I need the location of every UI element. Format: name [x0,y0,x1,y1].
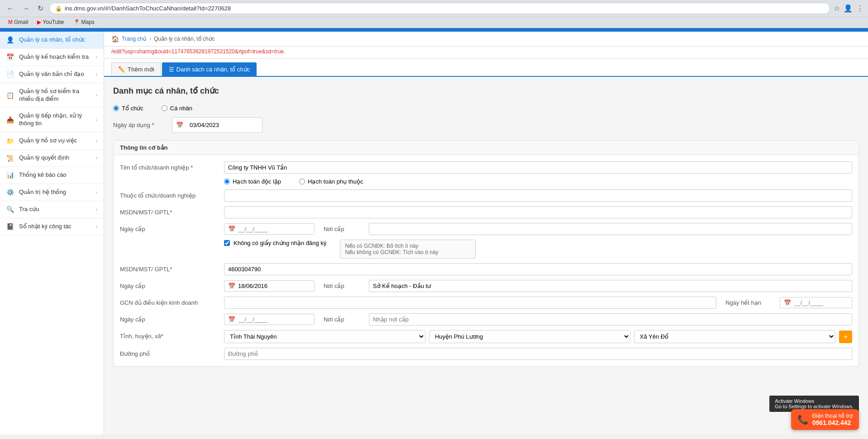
msdn-control1 [224,206,852,218]
breadcrumb-home-link[interactable]: Trang chủ [122,36,147,42]
msdn-label2: MSDN/MST/ GPTL* [120,263,219,273]
address-bar[interactable]: 🔒 ins.dms.gov.vn/#!/DanhSachToChucCaNhan… [49,3,830,14]
duong-pho-row: Đường phố [120,348,852,360]
sidebar-item-van-ban[interactable]: 📄 Quản lý văn bản chỉ đạo › [0,66,104,83]
ngay-cap-input1[interactable] [238,226,310,232]
notebook-icon: 📓 [6,223,15,230]
more-button[interactable]: ⋮ [856,4,863,13]
browser-chrome: ← → ↻ 🔒 ins.dms.gov.vn/#!/DanhSachToChuc… [0,0,868,17]
noi-cap-input3[interactable] [369,313,852,326]
gcn-input[interactable] [224,297,716,309]
noi-cap-input2[interactable] [369,280,852,292]
ngay-het-han-wrap: 📅 [780,297,852,308]
person-icon: 👤 [6,36,15,43]
thuoc-to-chuc-label: Thuộc tổ chức/doanh nghiệp [120,189,219,199]
noi-cap-label2: Nơi cấp [324,283,360,289]
chevron-right-icon-2: › [96,72,97,77]
duong-pho-input[interactable] [224,348,852,360]
hach-toan-radio-row: Hạch toán độc lập Hạch toán phụ thuộc [224,178,852,185]
youtube-icon: ▶ [37,19,41,25]
ngay-cap-input2[interactable] [238,283,310,289]
support-info: Điện thoại hỗ trợ 0961.042.442 [812,413,853,426]
sidebar-item-tiep-nhan[interactable]: 📥 Quản lý tiếp nhận, xử lý thông tin › [0,108,104,132]
sidebar-item-label-quan-ly-ca-nhan: Quản lý cá nhân, tổ chức [19,36,97,44]
forward-button[interactable]: → [20,4,32,14]
profile-button[interactable]: 👤 [844,4,853,13]
support-label: Điện thoại hỗ trợ [812,413,853,419]
radio-ca-nhan-input[interactable] [162,105,167,111]
back-button[interactable]: ← [5,4,16,14]
radio-to-chuc[interactable]: Tổ chức [113,105,143,112]
ten-to-chuc-input[interactable] [224,161,852,174]
bookmark-maps[interactable]: 📍 Maps [70,18,98,26]
sidebar-item-tra-cuu[interactable]: 🔍 Tra cứu › [0,201,104,218]
khong-co-giay-checkbox[interactable] [224,240,230,246]
ngay-cap-row3: Ngày cấp 📅 Nơi cấp [120,313,852,326]
edit-link-text: /edit?usp=sharing&ouid=11747653628197253… [111,48,285,55]
sidebar-item-ke-hoach[interactable]: 📅 Quản lý kế hoạch kiểm tra › [0,49,104,66]
chevron-right-icon-3: › [96,93,97,98]
ngay-cap-input3[interactable] [238,316,310,323]
search-icon: 🔍 [6,206,15,213]
bookmarks-bar: M Gmail ▶ YouTube 📍 Maps [0,17,868,28]
msdn-input2[interactable] [224,263,852,275]
maps-icon: 📍 [73,19,80,25]
ngay-cap-input-wrap1: 📅 [224,223,315,235]
reload-button[interactable]: ↻ [35,3,46,14]
bookmark-gmail[interactable]: M Gmail [5,18,32,26]
tab-danh-sach[interactable]: ☰ Danh sách cá nhân, tổ chức [162,62,257,76]
calendar-icon2: 📅 [228,226,235,232]
chevron-right-icon-6: › [96,156,97,160]
radio-to-chuc-input[interactable] [113,105,119,111]
thuoc-to-chuc-input[interactable] [224,189,852,202]
ngay-cap-label3: Ngày cấp [120,313,219,323]
support-widget[interactable]: 📞 Điện thoại hỗ trợ 0961.042.442 [791,409,859,430]
gcn-label: GCN đủ điều kiện kinh doanh [120,297,219,306]
radio-phu-thuoc-input[interactable] [299,179,305,184]
huyen-select[interactable]: Huyện Phú Lương Huyện Định Hóa Huyện Võ … [429,330,630,343]
ngay-cap-control1: 📅 Nơi cấp [224,223,852,235]
ngay-ap-dung-input[interactable] [186,119,240,131]
ten-to-chuc-row: Tên tổ chức/doanh nghiệp * [120,161,852,174]
checkbox-spacer [120,240,219,242]
address-text: ins.dms.gov.vn/#!/DanhSachToChucCaNhan/d… [65,5,824,12]
section-title: Thông tin cơ bản [120,144,168,151]
radio-phu-thuoc[interactable]: Hạch toán phụ thuộc [299,178,363,185]
add-xa-button[interactable]: + [839,330,852,343]
noi-cap-input1[interactable] [369,223,852,235]
sidebar-item-thong-ke[interactable]: 📊 Thống kê báo cáo [0,167,104,184]
sidebar-item-quan-tri[interactable]: ⚙️ Quản trị hệ thống › [0,184,104,201]
khong-co-giay-label: Không có giấy chứng nhận đăng ký [234,240,326,246]
sidebar-item-ho-so-vu-viec[interactable]: 📁 Quản lý hồ sơ vụ việc › [0,132,104,150]
ngay-ap-dung-input-wrap: 📅 [172,117,262,133]
tinh-select[interactable]: Tỉnh Thái Nguyên Tỉnh Hà Nội Tỉnh Hồ Chí… [224,330,425,343]
sidebar-item-quyet-dinh[interactable]: 📜 Quản lý quyết định › [0,150,104,167]
bookmark-maps-label: Maps [81,19,95,25]
inbox-icon: 📥 [6,116,15,123]
tinh-huyen-xa-control: Tỉnh Thái Nguyên Tỉnh Hà Nội Tỉnh Hồ Chí… [224,330,852,343]
msdn-input1[interactable] [224,206,852,218]
star-button[interactable]: ☆ [834,4,840,13]
radio-doc-lap-input[interactable] [224,179,230,184]
phone-icon: 📞 [797,414,809,425]
sidebar-item-label-ho-so: Quản lý hồ sơ kiểm tra nhiều địa điểm [19,88,92,103]
ngay-cap-control3: 📅 Nơi cấp [224,313,852,326]
clipboard-icon: 📋 [6,92,15,99]
ngay-het-han-input[interactable] [794,299,848,306]
main-content: 🏠 Trang chủ › Quản lý cá nhân, tổ chức /… [104,32,868,434]
top-bar [0,28,868,32]
tab-them-moi[interactable]: ✏️ Thêm mới [111,62,161,76]
sidebar-item-nhat-ky[interactable]: 📓 Sổ nhật ký công tác › [0,218,104,236]
gmail-icon: M [8,19,13,25]
checkbox-row: Không có giấy chứng nhận đăng ký Nếu có … [120,240,852,259]
xa-select[interactable]: Xã Yên Đổ Xã Đu Xã Yên Trạch [634,330,835,343]
bookmark-youtube[interactable]: ▶ YouTube [33,18,67,26]
khong-co-giay-row: Không có giấy chứng nhận đăng ký [224,240,326,246]
sidebar-item-quan-ly-ca-nhan[interactable]: 👤 Quản lý cá nhân, tổ chức [0,32,104,49]
radio-doc-lap-label: Hạch toán độc lập [233,178,281,185]
sidebar-item-ho-so-kiem-tra[interactable]: 📋 Quản lý hồ sơ kiểm tra nhiều địa điểm … [0,83,104,108]
radio-doc-lap[interactable]: Hạch toán độc lập [224,178,281,185]
ngay-cap-label2: Ngày cấp [120,280,219,289]
folder-icon: 📁 [6,137,15,145]
radio-ca-nhan[interactable]: Cá nhân [162,105,192,112]
